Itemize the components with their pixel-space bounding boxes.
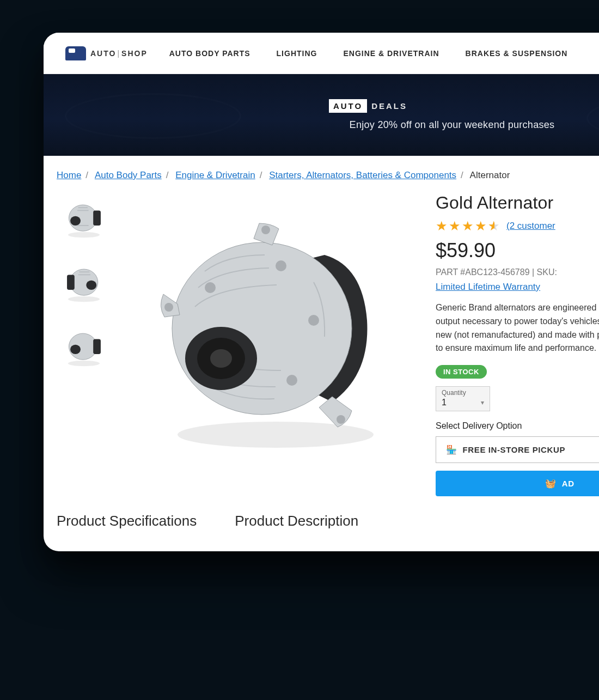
crumb-engine[interactable]: Engine & Drivetrain	[175, 170, 255, 180]
star-half-icon: ★★	[488, 218, 501, 234]
svg-rect-9	[67, 275, 75, 290]
svg-point-20	[337, 415, 345, 424]
star-icon: ★	[462, 218, 474, 234]
svg-point-3	[70, 216, 81, 226]
add-to-cart-button[interactable]: 🧺 AD	[436, 471, 599, 496]
qty-value: 1	[442, 398, 447, 407]
star-icon: ★	[436, 218, 448, 234]
tab-description[interactable]: Product Description	[235, 513, 358, 529]
svg-point-17	[178, 422, 374, 448]
banner-subtext: Enjoy 20% off on all your weekend purcha…	[186, 119, 555, 131]
crumb-current: Alternator	[470, 170, 510, 180]
logo-sep: |	[117, 49, 120, 58]
nav-engine[interactable]: ENGINE & DRIVETRAIN	[343, 49, 439, 58]
thumb-1[interactable]	[57, 193, 111, 244]
deal-badge-a: AUTO	[329, 99, 367, 113]
svg-point-27	[286, 375, 297, 386]
deal-badge-b: DEALS	[367, 99, 412, 113]
svg-point-24	[210, 349, 232, 368]
reviews-link[interactable]: (2 customer	[506, 221, 555, 232]
page-card: AUTO|SHOP AUTO BODY PARTS LIGHTING ENGIN…	[44, 33, 599, 551]
svg-point-16	[70, 345, 81, 354]
quantity-stepper[interactable]: Quantity 1 ▾	[436, 386, 490, 411]
info-tabs: Product Specifications Product Descripti…	[44, 496, 599, 529]
car-icon	[65, 46, 86, 60]
svg-point-21	[261, 226, 270, 234]
svg-point-7	[68, 296, 100, 302]
svg-point-13	[68, 361, 100, 366]
top-nav: AUTO|SHOP AUTO BODY PARTS LIGHTING ENGIN…	[44, 33, 599, 74]
svg-point-28	[205, 282, 216, 293]
store-icon: 🏪	[446, 445, 457, 455]
svg-point-19	[164, 303, 173, 312]
crumb-body[interactable]: Auto Body Parts	[95, 170, 162, 180]
svg-rect-15	[93, 339, 101, 354]
logo-pre: AUTO	[90, 49, 116, 58]
nav-links: AUTO BODY PARTS LIGHTING ENGINE & DRIVET…	[169, 49, 568, 58]
promo-banner: AUTO DEALS Enjoy 20% off on all your wee…	[44, 74, 599, 156]
product-section: Gold Alternator ★ ★ ★ ★ ★★ (2 customer $…	[44, 181, 599, 496]
star-icon: ★	[449, 218, 461, 234]
chevron-down-icon: ▾	[481, 399, 484, 406]
crumb-starters[interactable]: Starters, Alternators, Batteries & Compo…	[269, 170, 456, 180]
description: Generic Brand alternators are engineered…	[436, 301, 599, 355]
thumb-2[interactable]	[57, 257, 111, 308]
product-title: Gold Alternator	[436, 193, 599, 213]
warranty-link[interactable]: Limited Lifetime Warranty	[436, 282, 540, 293]
nav-brakes[interactable]: BRAKES & SUSPENSION	[466, 49, 568, 58]
thumb-3[interactable]	[57, 321, 111, 373]
nav-auto-body[interactable]: AUTO BODY PARTS	[169, 49, 250, 58]
stars: ★ ★ ★ ★ ★★	[436, 218, 501, 234]
deal-badge: AUTO DEALS	[329, 99, 412, 113]
price: $59.90	[436, 239, 599, 262]
cart-label: AD	[562, 479, 574, 488]
logo-post: SHOP	[121, 49, 148, 58]
star-icon: ★	[475, 218, 487, 234]
main-image[interactable]	[129, 190, 423, 473]
logo-text: AUTO|SHOP	[90, 49, 148, 58]
crumb-home[interactable]: Home	[57, 170, 81, 180]
tab-specifications[interactable]: Product Specifications	[57, 513, 197, 529]
breadcrumb: Home/ Auto Body Parts/ Engine & Drivetra…	[44, 156, 599, 181]
stock-badge: IN STOCK	[436, 365, 487, 379]
qty-label: Quantity	[442, 389, 484, 397]
pickup-label: FREE IN-STORE PICKUP	[463, 445, 565, 454]
svg-point-10	[86, 281, 96, 290]
nav-lighting[interactable]: LIGHTING	[277, 49, 317, 58]
svg-point-25	[276, 260, 286, 271]
product-details: Gold Alternator ★ ★ ★ ★ ★★ (2 customer $…	[436, 190, 599, 496]
thumbnails	[57, 190, 115, 496]
svg-rect-2	[93, 210, 101, 226]
basket-icon: 🧺	[545, 478, 557, 489]
svg-point-26	[308, 315, 319, 326]
rating-row: ★ ★ ★ ★ ★★ (2 customer	[436, 218, 599, 234]
delivery-label: Select Delivery Option	[436, 421, 599, 431]
pickup-option[interactable]: 🏪 FREE IN-STORE PICKUP	[436, 436, 599, 463]
logo[interactable]: AUTO|SHOP	[65, 46, 148, 60]
svg-point-0	[68, 232, 100, 238]
part-sku: PART #ABC123-456789 | SKU:	[436, 267, 599, 277]
